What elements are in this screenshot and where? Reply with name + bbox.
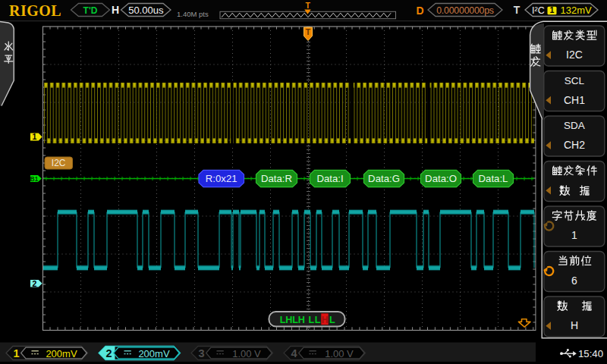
svg-text:T: T <box>306 27 311 36</box>
svg-text:L: L <box>308 315 314 325</box>
svg-text:200mV: 200mV <box>138 348 170 359</box>
svg-text:50.00us: 50.00us <box>128 5 164 16</box>
svg-text:1: 1 <box>33 132 37 141</box>
svg-text:4: 4 <box>291 347 297 359</box>
svg-text:H: H <box>112 4 119 16</box>
svg-text:L: L <box>315 315 321 325</box>
svg-text:H: H <box>298 315 305 325</box>
svg-text:3: 3 <box>198 347 204 359</box>
svg-text:15:40: 15:40 <box>578 348 603 359</box>
svg-text:0.00000000ps: 0.00000000ps <box>436 5 494 16</box>
svg-text:1: 1 <box>550 5 555 14</box>
svg-text:T'D: T'D <box>83 5 98 16</box>
svg-text:1.00 V: 1.00 V <box>325 348 354 359</box>
svg-text:Data:O: Data:O <box>425 173 457 184</box>
svg-text:Data:R: Data:R <box>261 173 292 184</box>
svg-text:CH1: CH1 <box>564 94 585 106</box>
svg-text:I2C: I2C <box>566 49 583 61</box>
svg-text:H: H <box>285 315 292 325</box>
svg-text:1: 1 <box>571 229 577 241</box>
svg-text:2: 2 <box>105 347 112 359</box>
svg-text:132mV: 132mV <box>561 5 593 16</box>
svg-text:R:0x21: R:0x21 <box>206 173 237 184</box>
svg-text:I²C: I²C <box>532 5 545 16</box>
svg-text:6: 6 <box>571 275 577 287</box>
svg-text:T: T <box>514 4 521 16</box>
svg-text:Data:I: Data:I <box>316 173 343 184</box>
svg-text:Data:G: Data:G <box>368 173 400 184</box>
svg-text:1.00 V: 1.00 V <box>232 348 261 359</box>
svg-text:D: D <box>416 5 423 17</box>
svg-text:CH2: CH2 <box>564 139 585 151</box>
svg-text:L: L <box>329 315 335 325</box>
svg-text:I2C: I2C <box>52 158 66 168</box>
svg-text:SCL: SCL <box>565 75 585 86</box>
svg-text:B1: B1 <box>30 176 39 183</box>
svg-text:1.40M pts: 1.40M pts <box>177 10 209 18</box>
svg-text:Data:L: Data:L <box>479 173 508 184</box>
svg-text:2: 2 <box>33 279 37 288</box>
svg-text:H: H <box>571 319 578 331</box>
svg-text:T: T <box>305 1 310 10</box>
svg-text:1: 1 <box>13 347 19 359</box>
svg-text:200mV: 200mV <box>46 348 77 359</box>
svg-text:SDA: SDA <box>564 120 585 131</box>
svg-text:H: H <box>322 315 329 325</box>
svg-text:RIGOL: RIGOL <box>9 2 61 19</box>
